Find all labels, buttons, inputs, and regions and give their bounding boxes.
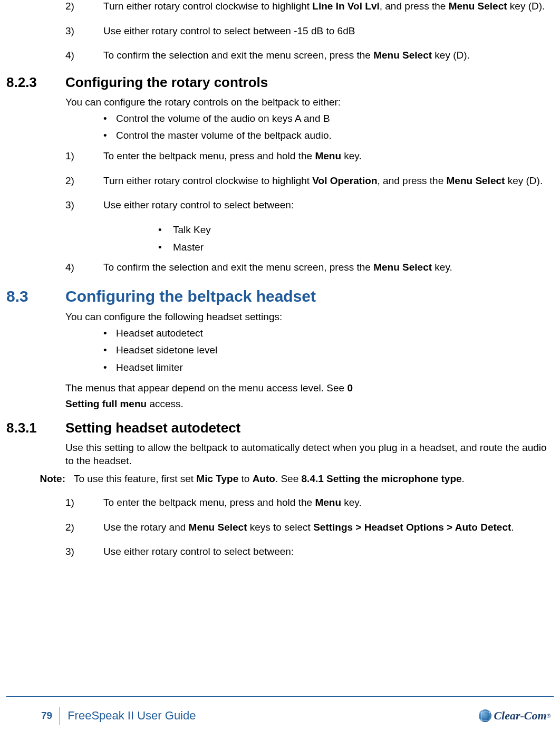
step-body: Use the rotary and Menu Select keys to s… — [103, 521, 554, 534]
heading-number: 8.2.3 — [6, 74, 65, 92]
step-number: 1) — [65, 150, 103, 163]
heading-title: Configuring the rotary controls — [65, 74, 554, 92]
note-label: Note: — [6, 473, 74, 486]
brand-logo: Clear-Com ® — [479, 708, 554, 724]
step-number: 3) — [65, 25, 103, 38]
heading-8-3-1: 8.3.1 Setting headset autodetect — [6, 419, 554, 437]
bullet-item: Headset sidetone level — [103, 344, 554, 357]
paragraph: The menus that appear depend on the menu… — [65, 382, 554, 395]
step-body: To enter the beltpack menu, press and ho… — [103, 150, 554, 163]
footer-title: FreeSpeak II User Guide — [60, 708, 479, 724]
bullet-item: Control the volume of the audio on keys … — [103, 112, 554, 126]
bullet-item: Headset autodetect — [103, 327, 554, 340]
globe-icon — [479, 709, 491, 722]
step-body: To confirm the selection and exit the me… — [103, 261, 554, 274]
heading-number: 8.3 — [6, 286, 65, 306]
bullet-list: Control the volume of the audio on keys … — [6, 112, 554, 142]
heading-8-3: 8.3 Configuring the beltpack headset — [6, 286, 554, 306]
bullet-item: Talk Key — [158, 224, 554, 237]
step-number: 1) — [65, 496, 103, 510]
step-number: 3) — [65, 199, 103, 212]
step-number: 4) — [65, 261, 103, 274]
bullet-item: Control the master volume of the beltpac… — [103, 129, 554, 142]
step-body: Use either rotary control to select betw… — [103, 199, 554, 212]
ordered-step: 4)To confirm the selection and exit the … — [65, 49, 554, 62]
heading-title: Setting headset autodetect — [65, 419, 554, 437]
page-footer: 79 FreeSpeak II User Guide Clear-Com ® — [6, 696, 554, 732]
note: Note: To use this feature, first set Mic… — [6, 473, 554, 486]
step-body: Turn either rotary control clockwise to … — [103, 0, 554, 13]
step-number: 3) — [65, 545, 103, 559]
ordered-step: 2)Turn either rotary control clockwise t… — [65, 175, 554, 188]
paragraph: You can configure the rotary controls on… — [65, 96, 554, 109]
step-number: 2) — [65, 521, 103, 534]
ordered-step: 1)To enter the beltpack menu, press and … — [65, 496, 554, 510]
ordered-step: 3) Use either rotary control to select b… — [65, 199, 554, 212]
heading-title: Configuring the beltpack headset — [65, 286, 554, 306]
ordered-step: 3)Use either rotary control to select be… — [65, 25, 554, 38]
ordered-step: 3)Use either rotary control to select be… — [65, 545, 554, 559]
brand-name: Clear-Com — [494, 708, 546, 724]
bullet-item: Headset limiter — [103, 361, 554, 374]
heading-8-2-3: 8.2.3 Configuring the rotary controls — [6, 74, 554, 92]
note-body: To use this feature, first set Mic Type … — [74, 473, 554, 486]
ordered-step: 1)To enter the beltpack menu, press and … — [65, 150, 554, 163]
page-content: 2)Turn either rotary control clockwise t… — [0, 0, 560, 696]
step-body: Turn either rotary control clockwise to … — [103, 175, 554, 188]
heading-number: 8.3.1 — [6, 419, 65, 437]
step-body: To enter the beltpack menu, press and ho… — [103, 496, 554, 510]
paragraph: Setting full menu access. — [65, 398, 554, 411]
ordered-step: 2)Turn either rotary control clockwise t… — [65, 0, 554, 13]
step-body: Use either rotary control to select betw… — [103, 545, 554, 559]
ordered-step: 4) To confirm the selection and exit the… — [65, 261, 554, 274]
registered-mark: ® — [547, 713, 551, 719]
bullet-list: Headset autodetectHeadset sidetone level… — [6, 327, 554, 374]
step-number: 2) — [65, 175, 103, 188]
bullet-item: Master — [158, 241, 554, 254]
step-number: 2) — [65, 0, 103, 13]
step-body: Use either rotary control to select betw… — [103, 25, 554, 38]
ordered-step: 2)Use the rotary and Menu Select keys to… — [65, 521, 554, 534]
step-number: 4) — [65, 49, 103, 62]
paragraph: Use this setting to allow the beltpack t… — [65, 441, 554, 467]
page-number: 79 — [6, 707, 60, 725]
step-body: To confirm the selection and exit the me… — [103, 49, 554, 62]
paragraph: You can configure the following headset … — [65, 311, 554, 324]
nested-bullet-list: Talk KeyMaster — [6, 224, 554, 254]
